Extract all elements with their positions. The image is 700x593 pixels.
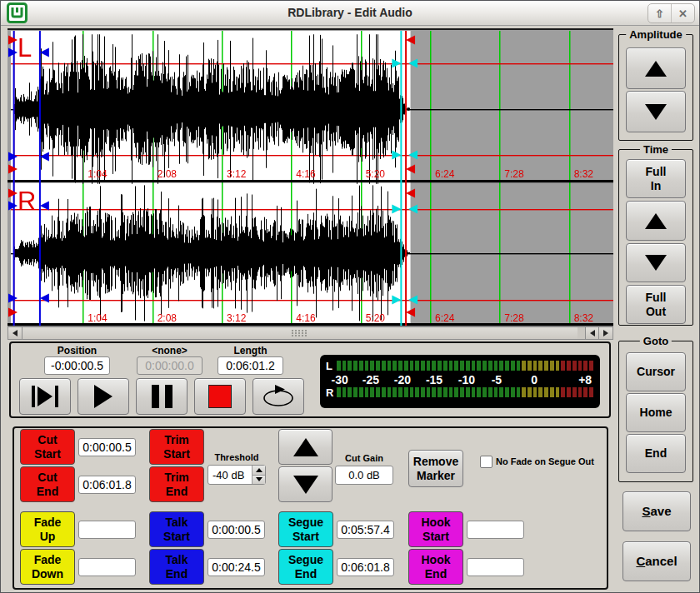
save-button[interactable]: Save (622, 491, 691, 531)
segue-start-button[interactable]: Segue Start (278, 511, 333, 547)
threshold-spinbox[interactable]: -40 dB (208, 465, 266, 485)
meter-segment (477, 387, 481, 397)
close-window-icon[interactable]: ✕ (671, 4, 694, 22)
meter-segment (443, 387, 448, 397)
gain-up-button[interactable] (278, 429, 332, 465)
fade-down-button[interactable]: Fade Down (20, 549, 75, 585)
play-button[interactable] (78, 378, 129, 415)
meter-segment (353, 387, 358, 397)
time-zoom-in-button[interactable] (626, 201, 686, 241)
up-arrow-icon (293, 438, 318, 456)
hook-end-field[interactable] (467, 558, 524, 576)
meter-segment (415, 361, 419, 371)
meter-scale-label: -30 (332, 373, 348, 386)
scroll-right-icon[interactable] (598, 327, 612, 339)
threshold-down-icon[interactable] (252, 476, 265, 485)
cut-end-button[interactable]: Cut End (20, 466, 75, 502)
meter-segment (454, 361, 458, 371)
goto-home-button[interactable]: Home (626, 393, 686, 432)
amplitude-up-button[interactable] (626, 47, 686, 89)
segue-start-field[interactable]: 0:05:57.4 (337, 521, 394, 539)
meter-segment (365, 387, 369, 397)
goto-end-button[interactable]: End (626, 434, 686, 473)
meter-segment (388, 387, 392, 397)
meter-segment (398, 387, 402, 397)
time-zoom-out-button[interactable] (626, 243, 686, 282)
amplitude-down-button[interactable] (626, 91, 686, 132)
talk-end-button[interactable]: Talk End (149, 549, 204, 585)
cut-start-button[interactable]: Cut Start (20, 429, 75, 465)
segue-end-button[interactable]: Segue End (278, 549, 333, 585)
meter-segment (572, 361, 577, 371)
scroll-left2-icon[interactable] (585, 327, 599, 339)
time-full-out-button[interactable]: Full Out (626, 285, 686, 324)
waveform-display[interactable] (8, 30, 613, 326)
none-field: 0:00:00.0 (137, 356, 202, 375)
down-arrow-icon (645, 104, 667, 120)
meter-segment (499, 361, 503, 371)
meter-segment (472, 387, 476, 397)
segue-end-field[interactable]: 0:06:01.8 (337, 558, 394, 576)
amplitude-group-title: Amplitude (626, 28, 686, 41)
meter-segment (522, 361, 526, 371)
cut-end-field[interactable]: 0:06:01.8 (78, 476, 136, 494)
time-full-in-button[interactable]: Full In (626, 159, 686, 198)
play-from-start-button[interactable] (19, 378, 71, 415)
fade-up-field[interactable] (78, 521, 136, 539)
meter-segment (370, 361, 374, 371)
waveform-scrollbar[interactable] (8, 326, 613, 340)
meter-segment (432, 387, 436, 397)
fade-up-button[interactable]: Fade Up (20, 511, 75, 547)
pause-button[interactable] (136, 378, 188, 415)
scrollbar-thumb[interactable] (22, 327, 578, 339)
waveform-panel (8, 28, 613, 328)
meter-segment (561, 361, 565, 371)
trim-start-button[interactable]: Trim Start (149, 429, 204, 465)
cancel-button[interactable]: Cancel (622, 541, 691, 581)
gain-down-button[interactable] (278, 466, 332, 502)
meter-segment (382, 387, 386, 397)
title-bar[interactable]: RDLibrary - Edit Audio ⇧ ✕ (1, 1, 699, 26)
meter-segment (421, 387, 425, 397)
meter-segment (550, 361, 554, 371)
hook-start-field[interactable] (467, 521, 524, 539)
talk-start-button[interactable]: Talk Start (149, 511, 204, 547)
no-fade-checkbox[interactable] (480, 456, 492, 468)
meter-right-bar (337, 387, 593, 397)
meter-segment (528, 387, 532, 397)
loop-button[interactable] (252, 378, 304, 415)
meter-scale-label: -10 (458, 373, 475, 386)
goto-cursor-button[interactable]: Cursor (626, 352, 686, 391)
cut-gain-field[interactable]: 0.0 dB (335, 466, 393, 485)
stop-button[interactable] (194, 378, 246, 415)
hook-start-button[interactable]: Hook Start (408, 511, 463, 547)
cut-start-field[interactable]: 0:00:00.5 (78, 438, 136, 456)
meter-segment (410, 361, 414, 371)
meter-segment (589, 387, 593, 397)
no-fade-label: No Fade on Segue Out (496, 456, 604, 466)
remove-marker-button[interactable]: Remove Marker (408, 450, 463, 487)
meter-segment (499, 387, 503, 397)
trim-end-button[interactable]: Trim End (149, 466, 204, 502)
meter-segment (578, 361, 582, 371)
threshold-up-icon[interactable] (252, 466, 265, 476)
hook-end-button[interactable]: Hook End (408, 549, 463, 585)
scroll-left-icon[interactable] (8, 327, 22, 339)
length-field[interactable]: 0:06:01.2 (218, 356, 283, 375)
down-arrow-icon (645, 255, 667, 271)
meter-segment (583, 361, 588, 371)
meter-segment (449, 361, 453, 371)
meter-segment (449, 387, 453, 397)
meter-segment (376, 361, 380, 371)
fade-down-field[interactable] (78, 558, 136, 576)
position-field[interactable]: -0:00:00.5 (44, 356, 110, 375)
meter-segment (404, 387, 408, 397)
shade-window-icon[interactable]: ⇧ (648, 4, 671, 22)
up-arrow-icon (645, 213, 667, 229)
meter-segment (572, 387, 577, 397)
talk-end-field[interactable]: 0:00:24.5 (208, 558, 265, 576)
talk-start-field[interactable]: 0:00:00.5 (208, 521, 265, 539)
meter-segment (443, 361, 448, 371)
stop-icon (208, 385, 232, 408)
threshold-value[interactable]: -40 dB (208, 466, 252, 484)
